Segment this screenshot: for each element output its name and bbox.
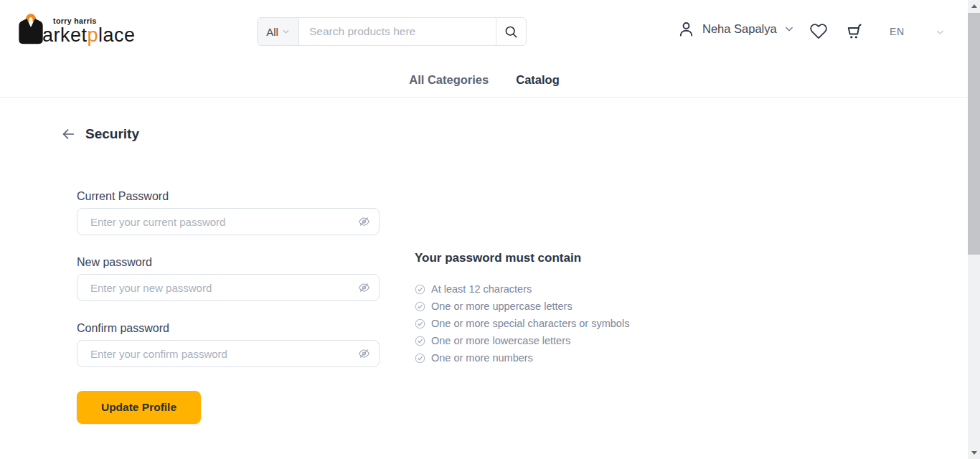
requirement-item: At least 12 characters [415, 280, 629, 298]
account-name: Neha Sapalya [702, 22, 777, 36]
user-icon [677, 20, 695, 38]
cart-button[interactable] [844, 22, 863, 41]
logo-wordmark: arketplace [42, 25, 136, 45]
confirm-password-label: Confirm password [77, 321, 380, 335]
page-header: Security [60, 126, 139, 142]
current-password-input[interactable] [77, 208, 380, 235]
password-form: Current Password New password Confirm pa… [77, 189, 380, 424]
current-password-label: Current Password [77, 189, 380, 203]
check-circle-icon [415, 318, 425, 329]
search-bar: All [257, 17, 527, 46]
triangle-down-icon [971, 451, 977, 455]
requirements-title: Your password must contain [415, 251, 629, 265]
confirm-password-input[interactable] [77, 340, 380, 367]
confirm-password-field [77, 340, 380, 367]
requirement-text: At least 12 characters [431, 283, 532, 295]
check-circle-icon [415, 353, 425, 364]
requirement-item: One or more special characters or symbol… [415, 315, 629, 332]
password-requirements: Your password must contain At least 12 c… [415, 251, 629, 366]
scrollbar-up-arrow[interactable] [968, 0, 980, 12]
search-category-select[interactable]: All [258, 18, 299, 45]
eye-off-icon [358, 282, 370, 294]
search-icon [504, 24, 519, 39]
search-button[interactable] [496, 18, 526, 45]
security-page: Security Current Password New password C… [0, 98, 980, 459]
requirement-text: One or more numbers [431, 352, 533, 364]
requirement-item: One or more numbers [415, 349, 629, 366]
search-category-value: All [266, 26, 278, 38]
toggle-confirm-password-visibility[interactable] [357, 346, 372, 361]
marketplace-logo[interactable]: torry harris arketplace [14, 11, 136, 47]
cart-icon [844, 22, 863, 41]
check-circle-icon [415, 336, 425, 346]
eye-off-icon [358, 216, 370, 228]
language-selector[interactable]: EN [890, 26, 905, 37]
logo-text: torry harris arketplace [42, 11, 136, 45]
eye-off-icon [358, 348, 370, 360]
nav-catalog[interactable]: Catalog [516, 73, 560, 87]
current-password-field [77, 208, 380, 235]
search-input[interactable] [299, 18, 496, 45]
check-circle-icon [415, 284, 425, 295]
wishlist-button[interactable] [809, 22, 828, 40]
new-password-label: New password [77, 255, 380, 269]
toggle-new-password-visibility[interactable] [357, 280, 372, 295]
new-password-input[interactable] [77, 274, 380, 301]
arrow-left-icon [60, 126, 76, 142]
toggle-current-password-visibility[interactable] [357, 214, 372, 230]
requirement-text: One or more lowercase letters [431, 335, 570, 346]
requirement-item: One or more uppercase letters [415, 298, 629, 315]
triangle-up-icon [971, 4, 977, 8]
update-profile-button[interactable]: Update Profile [77, 391, 201, 424]
nav-all-categories[interactable]: All Categories [409, 73, 489, 87]
requirement-text: One or more uppercase letters [431, 301, 573, 312]
page-title: Security [85, 126, 139, 142]
requirement-item: One or more lowercase letters [415, 332, 629, 349]
requirement-text: One or more special characters or symbol… [431, 318, 629, 329]
scrollbar-down-arrow[interactable] [968, 447, 980, 459]
account-menu[interactable]: Neha Sapalya [677, 20, 794, 38]
main-nav: All Categories Catalog [0, 73, 974, 87]
scrollbar [968, 0, 980, 459]
scrollbar-thumb[interactable] [968, 13, 980, 255]
heart-icon [809, 22, 828, 40]
check-circle-icon [415, 301, 425, 312]
back-button[interactable] [60, 126, 76, 142]
new-password-field [77, 274, 380, 301]
chevron-down-icon [784, 24, 794, 34]
language-chevron-down-icon[interactable] [936, 28, 945, 37]
header: torry harris arketplace All Neha Sapalya [0, 0, 980, 98]
chevron-down-icon [282, 28, 290, 36]
